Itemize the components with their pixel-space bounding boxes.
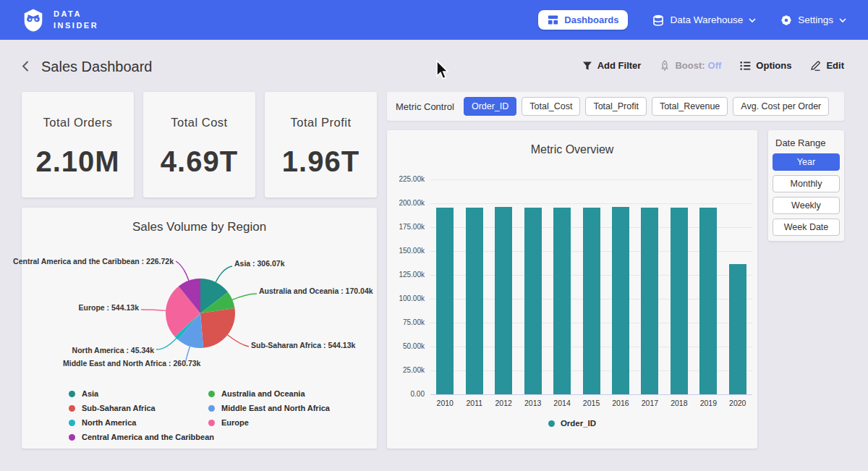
edit-button[interactable]: Edit: [810, 60, 844, 71]
y-tick-label: 100.00k: [390, 294, 425, 302]
kpi-label: Total Orders: [22, 116, 134, 130]
legend-label: Middle East and North Africa: [221, 404, 330, 412]
legend-dot: [208, 420, 215, 426]
bar-2016[interactable]: [612, 207, 629, 394]
bar-chart-title: Metric Overview: [387, 130, 757, 156]
bar-2014[interactable]: [553, 208, 571, 394]
x-tick-label: 2015: [576, 399, 606, 407]
dashboards-grid-icon: [548, 14, 558, 25]
x-tick-label: 2011: [460, 399, 490, 407]
y-tick-label: 0.00: [390, 390, 425, 398]
x-tick-label: 2019: [694, 399, 723, 407]
legend-item-sub-saharan-africa[interactable]: Sub-Saharan Africa: [69, 401, 214, 415]
metric-option-total-profit[interactable]: Total_Profit: [585, 97, 647, 116]
legend-label: Asia: [82, 389, 98, 398]
filter-icon: [582, 61, 592, 71]
bar-2020[interactable]: [729, 264, 746, 394]
kpi-card-total-cost: Total Cost 4.69T: [143, 92, 255, 198]
settings-menu[interactable]: Settings: [780, 14, 846, 26]
pie-leader-line: [231, 294, 257, 300]
date-range-label: Date Range: [775, 137, 844, 148]
back-button[interactable]: [20, 60, 31, 72]
database-icon: [652, 14, 664, 26]
options-label: Options: [756, 60, 791, 71]
pie-legend-column: AsiaSub-Saharan AfricaNorth AmericaCentr…: [69, 386, 214, 444]
legend-item-australia-and-oceania[interactable]: Australia and Oceania: [208, 386, 330, 401]
metric-control-bar: Metric Control Order_IDTotal_CostTotal_P…: [387, 92, 844, 121]
dashboards-button[interactable]: Dashboards: [538, 10, 628, 30]
legend-item-europe[interactable]: Europe: [208, 415, 330, 430]
mouse-cursor: [434, 59, 450, 81]
kpi-value: 4.69T: [143, 145, 255, 178]
pie-leader-line: [176, 261, 189, 281]
bar-2010[interactable]: [436, 208, 454, 394]
legend-label: Order_ID: [561, 419, 596, 428]
bar-2015[interactable]: [583, 208, 600, 394]
app-root: DATA INSIDER Dashboards: [0, 0, 868, 471]
brand[interactable]: DATA INSIDER: [20, 7, 98, 33]
legend-item-central-america-and-the-caribbean[interactable]: Central America and the Caribbean: [69, 430, 214, 444]
legend-label: Central America and the Caribbean: [82, 433, 214, 441]
data-warehouse-menu[interactable]: Data Warehouse: [652, 14, 756, 26]
kpi-card-total-orders: Total Orders 2.10M: [22, 92, 134, 198]
date-range-year[interactable]: Year: [773, 153, 840, 171]
y-tick-label: 200.00k: [390, 199, 425, 207]
gridline: [430, 203, 752, 204]
pie-slice-sub-saharan-africa[interactable]: [200, 308, 235, 348]
add-filter-label: Add Filter: [597, 60, 642, 71]
bar-2011[interactable]: [466, 208, 483, 394]
add-filter-button[interactable]: Add Filter: [582, 60, 642, 71]
pie-leader-line: [216, 266, 232, 283]
pie-label-central-america-and-the-caribbean: Central America and the Caribbean : 226.…: [13, 257, 174, 266]
date-range-week-date[interactable]: Week Date: [773, 218, 840, 236]
brand-text: DATA INSIDER: [54, 9, 98, 32]
date-range-weekly[interactable]: Weekly: [773, 197, 840, 214]
kpi-value: 1.96T: [265, 145, 377, 178]
pie-label-sub-saharan-africa: Sub-Saharan Africa : 544.13k: [251, 341, 355, 349]
bar-2019[interactable]: [699, 208, 717, 394]
legend-dot: [208, 391, 215, 397]
settings-label: Settings: [798, 14, 833, 25]
options-button[interactable]: Options: [740, 60, 791, 71]
y-tick-label: 75.00k: [390, 318, 425, 326]
x-tick-label: 2017: [635, 399, 665, 407]
legend-dot: [69, 420, 75, 426]
bar-2018[interactable]: [671, 208, 688, 394]
y-tick-label: 150.00k: [390, 247, 425, 255]
legend-label: North America: [82, 418, 136, 427]
metric-buttons: Order_IDTotal_CostTotal_ProfitTotal_Reve…: [464, 97, 829, 116]
metric-option-total-revenue[interactable]: Total_Revenue: [652, 97, 728, 116]
rocket-icon: [660, 60, 670, 71]
metric-option-order-id[interactable]: Order_ID: [464, 97, 516, 116]
date-range-panel: Date Range YearMonthlyWeeklyWeek Date: [768, 130, 844, 241]
top-nav-bar: DATA INSIDER Dashboards: [0, 0, 868, 40]
bar-2012[interactable]: [495, 207, 512, 394]
kpi-label: Total Profit: [265, 116, 377, 130]
boost-toggle[interactable]: Boost: Off: [660, 60, 721, 71]
legend-item-north-america[interactable]: North America: [69, 415, 214, 430]
bar-2013[interactable]: [524, 208, 542, 394]
pie-leader-line: [227, 334, 249, 347]
date-range-monthly[interactable]: Monthly: [773, 175, 840, 192]
pie-label-australia-and-oceania: Australia and Oceania : 170.04k: [259, 287, 373, 295]
dashboards-label: Dashboards: [564, 14, 618, 25]
chevron-down-icon: [749, 18, 756, 22]
legend-item-middle-east-and-north-africa[interactable]: Middle East and North Africa: [208, 401, 330, 415]
pie-label-north-america: North America : 45.34k: [72, 346, 154, 355]
kpi-label: Total Cost: [143, 116, 255, 130]
x-tick-label: 2012: [489, 399, 519, 407]
bar-2017[interactable]: [641, 208, 658, 394]
kpi-card-total-profit: Total Profit 1.96T: [265, 92, 377, 198]
y-tick-label: 25.00k: [390, 366, 425, 374]
metric-option-total-cost[interactable]: Total_Cost: [522, 97, 580, 116]
legend-label: Europe: [221, 418, 249, 427]
pie-leader-line: [141, 310, 166, 310]
x-tick-label: 2018: [665, 399, 694, 407]
metric-option-avg-cost-per-order[interactable]: Avg. Cost per Order: [733, 97, 829, 116]
x-tick-label: 2010: [430, 399, 460, 407]
x-tick-label: 2013: [518, 399, 548, 407]
legend-label: Sub-Saharan Africa: [82, 404, 156, 412]
owl-logo-icon: [20, 7, 46, 33]
legend-dot: [69, 391, 75, 397]
legend-item-asia[interactable]: Asia: [69, 386, 214, 401]
